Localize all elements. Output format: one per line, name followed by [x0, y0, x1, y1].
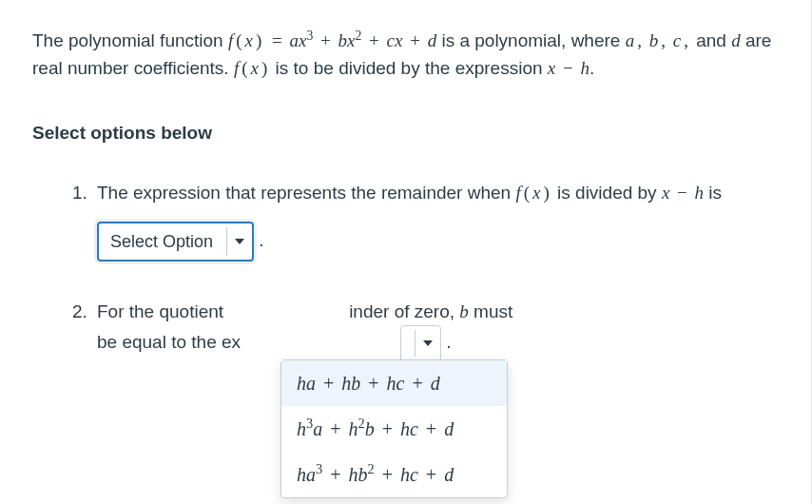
math-coeffs: a, b, c, — [626, 30, 691, 50]
q1-mid: is divided by — [552, 183, 662, 203]
q1-select-divider — [226, 227, 227, 256]
intro-and: and — [691, 30, 731, 50]
q2-pre: For the quotient — [97, 301, 228, 321]
q1-xmh: x − h — [662, 183, 704, 203]
intro-text-2: is a polynomial, where — [436, 30, 626, 50]
q2-select-divider — [415, 330, 416, 357]
q2-mid: inder of zero, — [349, 301, 459, 321]
select-prompt: Select options below — [32, 119, 779, 146]
q1-dropdown-list[interactable]: ha + hb + hc + d h3a + h2b + hc + d ha3 … — [280, 359, 508, 498]
q2-select[interactable] — [400, 325, 441, 361]
q1-select-placeholder: Select Option — [110, 233, 226, 250]
q2-period: . — [446, 333, 451, 353]
intro-period: . — [590, 58, 594, 78]
dropdown-option-2[interactable]: h3a + h2b + hc + d — [281, 406, 507, 452]
question-1: The expression that represents the remai… — [97, 169, 779, 263]
q1-fx: f(x) — [515, 183, 551, 203]
math-fx-def: f(x) = ax3 + bx2 + cx + d — [228, 30, 436, 50]
math-fx: f(x) — [234, 58, 270, 78]
chevron-down-icon — [235, 239, 244, 244]
chevron-down-icon — [423, 340, 433, 346]
dropdown-option-3[interactable]: ha3 + hb2 + hc + d — [281, 452, 507, 497]
math-xmh: x − h — [548, 58, 590, 78]
dropdown-option-1[interactable]: ha + hb + hc + d — [281, 360, 507, 406]
q1-period: . — [259, 230, 263, 250]
q2-b: b — [459, 301, 469, 321]
problem-statement: The polynomial function f(x) = ax3 + bx2… — [32, 27, 779, 83]
q1-pre: The expression that represents the remai… — [97, 183, 515, 203]
intro-text-1: The polynomial function — [32, 30, 228, 50]
intro-text-4: is to be divided by the expression — [270, 58, 548, 78]
q1-select[interactable]: Select Option — [97, 222, 254, 262]
question-2: For the quotient to have a remainder of … — [97, 288, 779, 361]
q1-is: is — [704, 183, 722, 203]
math-d: d — [731, 30, 741, 50]
q2-post: be equal to the ex — [97, 333, 241, 353]
